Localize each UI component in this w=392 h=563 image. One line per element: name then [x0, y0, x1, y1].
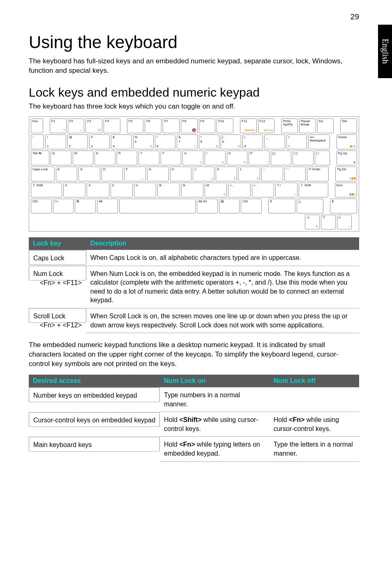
- access-table: Desired access Num Lock on Num Lock off …: [29, 375, 359, 462]
- keycap: B: [157, 183, 180, 197]
- table-cell: Hold <Fn> while typing letters on embedd…: [160, 437, 270, 461]
- keycap: Tab ⇆: [31, 151, 49, 165]
- keycap: " ': [284, 167, 306, 181]
- keycap: %5€: [133, 134, 154, 149]
- keycap: Fn: [53, 199, 74, 213]
- table-cell-desc: When Caps Lock is on, all alphabetic cha…: [86, 250, 359, 266]
- language-tab-label: English: [380, 39, 390, 64]
- keycap: S: [78, 167, 100, 181]
- keycap: Esc: [31, 118, 43, 133]
- table-cell-desc: When Num Lock is on, the embedded keypad…: [86, 266, 359, 308]
- keycap: : ;-: [261, 167, 283, 181]
- keycap: I5: [205, 151, 226, 165]
- table-cell-key: Caps Lock: [29, 250, 86, 265]
- keycap: !1: [45, 134, 66, 149]
- keycap: F3Z²: [85, 118, 102, 133]
- keycap: Pg Up■: [337, 151, 357, 165]
- keycap: €: [268, 199, 295, 213]
- keycap: #3: [89, 134, 110, 149]
- keycap: ⊞: [75, 199, 96, 213]
- keycap: M0: [205, 183, 227, 197]
- table-cell-desc: When Scroll Lock is on, the screen moves…: [86, 308, 359, 333]
- keycap: $: [330, 199, 357, 213]
- language-tab: English: [378, 25, 392, 78]
- keycap: F10: [217, 118, 233, 133]
- keycap: F7: [163, 118, 180, 133]
- keycap: F2☼: [68, 118, 85, 133]
- keycap: PrtSc SysRq: [281, 118, 298, 133]
- keycap: ~`: [31, 134, 44, 149]
- table-header: Lock key: [29, 237, 86, 250]
- keycap: L3: [238, 167, 260, 181]
- keycap: P*: [249, 151, 270, 165]
- keycap: H: [170, 167, 192, 181]
- keycap: ⟵ Backspace: [308, 134, 330, 149]
- keycap: Ctrl: [31, 199, 52, 213]
- keycap: D: [101, 167, 123, 181]
- keycap: T: [138, 151, 159, 165]
- keycap: △: [297, 199, 324, 213]
- section-heading: Lock keys and embedded numeric keypad: [29, 86, 359, 100]
- keycap: U4: [182, 151, 203, 165]
- table-cell: Hold <Fn> while using cursor-control key…: [270, 412, 359, 437]
- keycap: G: [147, 167, 169, 181]
- section-intro: The keyboard has three lock keys which y…: [29, 102, 359, 111]
- keycap: F8🔇: [181, 118, 198, 133]
- keycap: F1?: [50, 118, 67, 133]
- table-cell: Main keyboard keys: [29, 437, 160, 452]
- keycap: W: [73, 151, 94, 165]
- table-cell: [270, 387, 359, 412]
- mid-paragraph: The embedded numeric keypad functions li…: [29, 341, 359, 369]
- keycap: Ctrl: [241, 199, 262, 213]
- keycap: X: [87, 183, 109, 197]
- table-cell: Hold <Shift> while using cursor-control …: [160, 412, 270, 437]
- keycap: ⇧ Shift: [299, 183, 328, 197]
- keycap: Alt Gr: [197, 199, 218, 213]
- keycap: +=: [286, 134, 307, 149]
- keycap: (99: [221, 134, 241, 149]
- page-number: 29: [350, 12, 359, 21]
- table-cell: Type numbers in a normal manner.: [160, 387, 270, 412]
- keycap: Caps Lock: [31, 167, 55, 181]
- table-header: Description: [86, 237, 359, 250]
- keycap: )0: [242, 134, 263, 149]
- keycap: C: [111, 183, 133, 197]
- keycap: Q: [51, 151, 71, 165]
- table-cell: Type the letters in a normal manner.: [270, 437, 359, 461]
- keycap: Y: [161, 151, 182, 165]
- keycap: < ,: [228, 183, 250, 197]
- lock-key-table: Lock key Description Caps LockWhen Caps …: [29, 237, 359, 333]
- keycap: ? /. +: [275, 183, 297, 197]
- keycap: R: [117, 151, 138, 165]
- table-cell: Cursor-control keys on embedded keypad: [29, 412, 160, 427]
- table-header: Num Lock off: [270, 375, 359, 387]
- keycap: { [: [271, 151, 292, 165]
- table-cell-key: Num Lock<Fn> + <F11>: [29, 266, 86, 280]
- keycap: Ins: [317, 118, 334, 133]
- keycap: ^6: [155, 134, 175, 149]
- keycap: _-: [264, 134, 285, 149]
- table-cell-key-sub: <Fn> + <F11>: [33, 278, 82, 287]
- keycap: | \: [315, 151, 330, 165]
- keycap: ▷○: [337, 215, 352, 229]
- keycap: F12Scr Lk: [258, 118, 275, 133]
- keycap: Del: [340, 118, 357, 133]
- keycap: V: [134, 183, 156, 197]
- keycap: End▶▶I: [335, 183, 357, 197]
- keycap: *88: [199, 134, 219, 149]
- table-cell: Number keys on embedded keypad: [29, 387, 160, 402]
- keycap: A: [56, 167, 78, 181]
- table-header: Desired access: [29, 375, 160, 387]
- keycap: F9: [199, 118, 216, 133]
- keycap: &77: [177, 134, 197, 149]
- table-header: Num Lock on: [160, 375, 270, 387]
- keycap: Pg DnI◀◀: [335, 167, 357, 181]
- keycap: Home▶/II: [337, 134, 357, 149]
- page-content: Using the keyboard The keyboard has full…: [0, 0, 392, 494]
- keycap: @2: [67, 134, 88, 149]
- keycap: E: [95, 151, 115, 165]
- keycap: $4: [111, 134, 131, 149]
- keycap: } ]: [293, 151, 314, 165]
- keycap: F—: [124, 167, 146, 181]
- keycap: N: [181, 183, 203, 197]
